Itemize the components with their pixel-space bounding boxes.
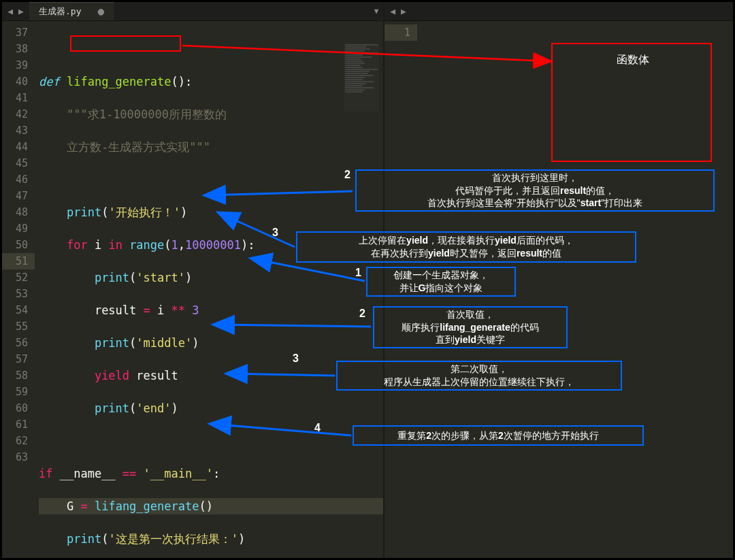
ln: 41 [16, 92, 28, 104]
code-line: yield result [39, 367, 383, 384]
ln: 55 [16, 320, 28, 333]
ln: 44 [16, 141, 28, 153]
code-line: G = lifang_generate() [39, 498, 383, 514]
ln: 47 [16, 190, 28, 202]
tab-nav-left[interactable]: ◀ ▶ [2, 6, 29, 16]
code-line [39, 433, 383, 449]
right-gutter: 1 [385, 21, 417, 558]
code-line: def lifang_generate(): [39, 73, 383, 90]
code-line [39, 41, 383, 57]
right-code-area[interactable]: 1 [385, 21, 733, 558]
ln: 54 [16, 304, 28, 316]
ln: 40 [16, 76, 28, 88]
ln: 57 [16, 353, 28, 365]
ln: 38 [16, 43, 28, 55]
code-line: print('开始执行！') [39, 204, 383, 220]
ln: 37 [16, 27, 28, 39]
left-pane: ◀ ▶ 生成器.py ● ▼ 37 38 39 40 41 42 43 44 4… [2, 2, 385, 558]
code-body[interactable]: def lifang_generate(): """求1-10000000所用整… [35, 21, 383, 558]
tab-dropdown-icon[interactable]: ▼ [370, 7, 383, 16]
ln: 56 [16, 337, 28, 349]
tab-label: 生成器.py [39, 5, 81, 18]
ln: 46 [16, 174, 28, 186]
ln: 48 [16, 206, 28, 218]
ln: 53 [16, 288, 28, 300]
ln: 52 [16, 271, 28, 284]
code-line: print('这是第一次执行结果：') [39, 531, 383, 547]
ln: 58 [16, 369, 28, 382]
code-line: result = i ** 3 [39, 302, 383, 318]
gutter: 37 38 39 40 41 42 43 44 45 46 47 48 49 5… [2, 21, 35, 558]
tab-file[interactable]: 生成器.py ● [29, 2, 114, 20]
editor-container: ◀ ▶ 生成器.py ● ▼ 37 38 39 40 41 42 43 44 4… [0, 0, 735, 560]
code-line: print('middle') [39, 335, 383, 351]
tab-bar-left: ◀ ▶ 生成器.py ● ▼ [2, 2, 383, 21]
ln: 59 [16, 386, 28, 398]
ln: 45 [16, 157, 28, 169]
tab-nav-right[interactable]: ◀ ▶ [385, 6, 412, 16]
code-line: """求1-10000000所用整数的 [39, 106, 383, 122]
ln: 62 [16, 435, 28, 447]
ln: 43 [16, 125, 28, 137]
minimap[interactable] [344, 44, 379, 112]
code-line: if __name__ == '__main__': [39, 465, 383, 482]
ln: 51 [2, 253, 35, 269]
dirty-indicator-icon: ● [97, 6, 104, 17]
code-line: print('end') [39, 400, 383, 416]
ln: 49 [16, 223, 28, 235]
ln: 39 [16, 59, 28, 71]
code-line: for i in range(1,10000001): [39, 237, 383, 253]
ln: 60 [16, 402, 28, 414]
ln: 50 [16, 239, 28, 251]
code-line [39, 171, 383, 188]
code-line: 立方数-生成器方式实现""" [39, 139, 383, 155]
tab-bar-right: ◀ ▶ [385, 2, 733, 21]
ln: 42 [16, 108, 28, 120]
ln: 63 [16, 451, 28, 463]
ln: 61 [16, 418, 28, 431]
right-pane: ◀ ▶ 1 [385, 2, 733, 558]
code-line: print('start') [39, 269, 383, 286]
ln: 1 [385, 24, 417, 41]
code-area[interactable]: 37 38 39 40 41 42 43 44 45 46 47 48 49 5… [2, 21, 383, 558]
